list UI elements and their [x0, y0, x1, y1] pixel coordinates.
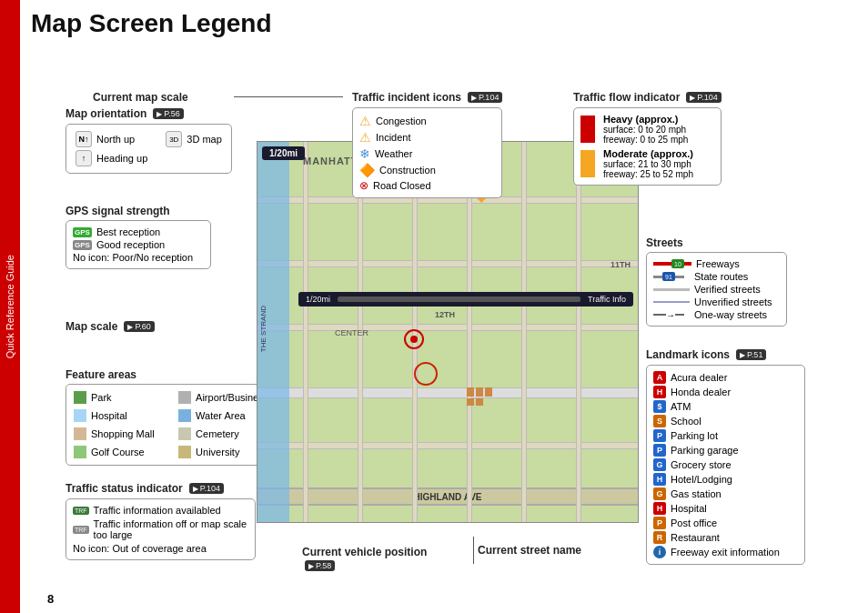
construction-icon: 🔶 [359, 163, 375, 177]
map-orientation-box: N↑ North up ↑ Heading up 3D 3D map [66, 124, 232, 174]
heading-up-icon: ↑ [76, 150, 92, 166]
street-freeway: 10 Freeways [653, 258, 780, 269]
landmark-acura: A Acura dealer [653, 371, 798, 384]
landmark-restaurant: R Restaurant [653, 531, 798, 544]
current-street-name-label: Current street name [473, 537, 581, 564]
feature-airport: Airport/Business [178, 391, 268, 404]
map-area: HIGHLAND AVE MANHATTAN BEACH CENTER THE … [257, 141, 639, 523]
honda-icon: H [653, 386, 666, 398]
gps-signal-section: GPS signal strength GPS Best reception G… [66, 205, 211, 269]
svg-point-1 [410, 336, 418, 343]
restaurant-icon: R [653, 531, 666, 544]
street-unverified: Unverified streets [653, 296, 780, 307]
street-oneway: → One-way streets [653, 309, 780, 320]
map-strand-label: THE STRAND [259, 306, 267, 352]
school-icon: S [653, 415, 666, 427]
feature-cemetery: Cemetery [178, 427, 268, 440]
landmark-icons-box: A Acura dealer H Honda dealer $ ATM S Sc… [646, 365, 805, 565]
parking-lot-icon: P [653, 429, 666, 442]
map-scale-section: Map scale P.60 [66, 320, 155, 333]
map-orientation-ref[interactable]: P.56 [153, 108, 183, 119]
map-scale-bar: 1/20mi [262, 146, 305, 160]
vehicle-pos-ref[interactable]: P.58 [305, 560, 335, 571]
traffic-status-box: TRF Traffic information availabled TRF T… [66, 498, 256, 560]
map-street-v5 [521, 142, 527, 522]
moderate-color-bar [580, 150, 595, 177]
parking-garage-icon: P [653, 444, 666, 457]
side-tab: Quick Reference Guide [0, 0, 20, 613]
post-icon: P [653, 517, 666, 529]
acura-icon: A [653, 371, 666, 384]
three-d-icon: 3D [166, 131, 182, 147]
map-center-label: CENTER [335, 328, 368, 337]
feature-park: Park [74, 391, 164, 404]
landmark-atm: $ ATM [653, 400, 798, 413]
grocery-icon: G [653, 458, 666, 471]
side-tab-label: Quick Reference Guide [5, 255, 15, 358]
page-title: Map Screen Legend [31, 9, 859, 38]
atm-icon: $ [653, 400, 666, 413]
streets-box: 10 Freeways 91 State routes Verified str… [646, 252, 787, 327]
vehicle-position-label: Current vehicle position P.58 [302, 546, 427, 571]
feature-hospital: Hospital [74, 409, 164, 422]
gps-good-icon: GPS [73, 240, 92, 250]
map-street-v6 [576, 142, 581, 522]
map-traffic-label: Traffic Info [588, 295, 626, 304]
feature-areas-box: Park Airport/Business Hospital Water Are… [66, 384, 277, 466]
current-map-scale-label: Current map scale [93, 91, 188, 104]
north-up-icon: N↑ [76, 131, 92, 147]
street-state: 91 State routes [653, 271, 780, 282]
gps-best-icon: GPS [73, 227, 92, 237]
landmark-freeway-exit: i Freeway exit information [653, 546, 798, 558]
three-d-map-section: 3D 3D map [166, 129, 222, 168]
road-closed-icon: ⊗ [359, 179, 368, 192]
map-progress-bar [338, 296, 580, 302]
map-scale-text: 1/20mi [306, 295, 330, 304]
landmark-icons-section: Landmark icons P.51 A Acura dealer H Hon… [646, 348, 805, 565]
map-traffic-bar: 1/20mi Traffic Info [298, 292, 633, 306]
traffic-incident-ref[interactable]: P.104 [468, 92, 502, 103]
map-background: HIGHLAND AVE MANHATTAN BEACH CENTER THE … [257, 142, 638, 522]
gps-signal-box: GPS Best reception GPS Good reception No… [66, 220, 211, 269]
traffic-flow-box: Heavy (approx.) surface: 0 to 20 mph fre… [573, 107, 722, 186]
traffic-incident-section: Traffic incident icons P.104 ⚠Congestion… [352, 91, 502, 198]
streets-section: Streets 10 Freeways 91 State routes [646, 236, 787, 327]
landmark-gas: G Gas station [653, 487, 798, 500]
traffic-flow-ref[interactable]: P.104 [686, 92, 721, 103]
landmark-grocery: G Grocery store [653, 458, 798, 471]
feature-areas-section: Feature areas Park Airport/Business Hosp… [66, 368, 277, 466]
traffic-off-icon: TRF [73, 526, 89, 534]
weather-icon: ❄ [359, 146, 370, 161]
north-up-section: N↑ North up ↑ Heading up [76, 129, 147, 168]
map-11th-label: 11TH [611, 260, 631, 269]
traffic-status-ref[interactable]: P.104 [189, 483, 224, 494]
traffic-avail-icon: TRF [73, 507, 89, 515]
traffic-incident-box: ⚠Congestion ⚠Incident ❄Weather 🔶Construc… [352, 107, 502, 198]
landmark-school: S School [653, 415, 798, 427]
landmark-icons-ref[interactable]: P.51 [736, 349, 766, 360]
freeway-exit-icon: i [653, 546, 666, 558]
gas-icon: G [653, 487, 666, 500]
svg-point-2 [415, 363, 437, 385]
feature-golf: Golf Course [74, 446, 164, 458]
page-number: 8 [47, 592, 54, 606]
map-scale-ref[interactable]: P.60 [124, 321, 154, 332]
hotel-icon: H [653, 473, 666, 486]
landmark-honda: H Honda dealer [653, 386, 798, 398]
traffic-flow-section: Traffic flow indicator P.104 Heavy (appr… [573, 91, 722, 186]
feature-university: University [178, 446, 268, 458]
main-content: Map Screen Legend Current map scale Map … [20, 0, 868, 613]
feature-shopping: Shopping Mall [74, 427, 164, 440]
incident-icon: ⚠ [359, 130, 371, 145]
feature-water: Water Area [178, 409, 268, 422]
landmark-hospital: H Hospital [653, 502, 798, 515]
map-roundabout [412, 360, 439, 387]
hospital-icon: H [653, 502, 666, 515]
street-verified: Verified streets [653, 284, 780, 295]
congestion-icon: ⚠ [359, 114, 371, 128]
map-12th-label: 12TH [435, 310, 455, 319]
landmark-post: P Post office [653, 517, 798, 529]
landmark-parking-garage: P Parking garage [653, 444, 798, 457]
map-buildings [467, 387, 492, 406]
heavy-color-bar [580, 116, 595, 143]
